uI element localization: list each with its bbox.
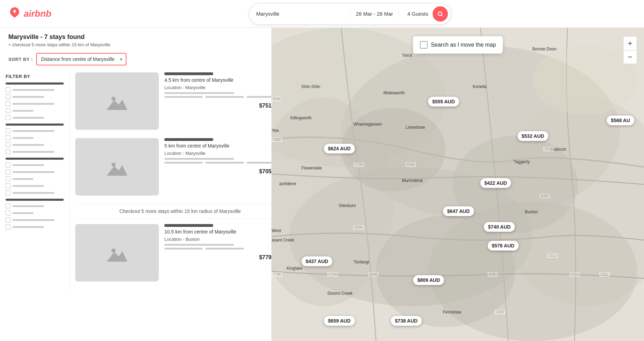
listing-meta-2a bbox=[164, 158, 234, 160]
logo-text: airbnb bbox=[24, 8, 51, 19]
filter-checkbox[interactable] bbox=[6, 224, 10, 229]
filter-checkbox[interactable] bbox=[6, 142, 10, 147]
filter-checkbox[interactable] bbox=[6, 115, 10, 120]
zoom-out-button[interactable]: − bbox=[623, 50, 637, 64]
price-pin[interactable]: $568 AU bbox=[607, 116, 634, 125]
filter-checkbox[interactable] bbox=[6, 108, 10, 113]
zoom-in-button[interactable]: + bbox=[623, 36, 637, 50]
search-button[interactable] bbox=[433, 6, 448, 22]
price-pin[interactable]: $647 AUD bbox=[443, 206, 474, 216]
filter-checkbox[interactable] bbox=[6, 190, 10, 195]
price-pin[interactable]: $659 AUD bbox=[324, 316, 355, 326]
filter-checkbox[interactable] bbox=[6, 176, 10, 181]
price-pin[interactable]: $738 AUD bbox=[391, 316, 422, 326]
filter-checkbox[interactable] bbox=[6, 87, 10, 92]
svg-marker-7 bbox=[107, 251, 127, 262]
filter-line bbox=[13, 205, 44, 207]
filter-checkbox[interactable] bbox=[6, 211, 10, 215]
filter-line bbox=[13, 130, 54, 132]
price-pin[interactable]: $809 AUD bbox=[413, 275, 444, 285]
filter-row bbox=[6, 217, 64, 222]
filter-line bbox=[13, 164, 44, 166]
filter-checkbox[interactable] bbox=[6, 128, 10, 133]
listing-meta-1a bbox=[164, 92, 234, 94]
content-area: FILTER BY bbox=[0, 70, 271, 293]
search-bar: 26 Mar - 28 Mar 4 Guests bbox=[249, 3, 451, 25]
filter-row bbox=[6, 142, 64, 147]
listing-price-1: $751 AUD bbox=[164, 100, 272, 109]
svg-point-6 bbox=[111, 248, 116, 253]
sort-label: SORT BY : bbox=[8, 57, 33, 62]
listing-title-bar-1 bbox=[164, 72, 213, 75]
listing-image-1 bbox=[75, 72, 159, 130]
filter-row bbox=[6, 135, 64, 140]
filter-row bbox=[6, 108, 64, 113]
filter-line bbox=[13, 171, 54, 173]
search-location-input[interactable] bbox=[256, 11, 346, 17]
listing-meta-1d bbox=[247, 96, 272, 98]
filter-line bbox=[13, 117, 44, 119]
listing-card-3[interactable]: 10.5 km from centre of Marysville Locati… bbox=[75, 224, 272, 281]
search-as-move-overlay: Search as I move the map bbox=[413, 36, 503, 54]
filter-checkbox[interactable] bbox=[6, 204, 10, 208]
map-svg bbox=[272, 28, 644, 341]
airbnb-logo-icon bbox=[8, 6, 21, 22]
zoom-controls: + − bbox=[623, 36, 637, 64]
listing-card-1[interactable]: 4.5 km from centre of Marysville Locatio… bbox=[75, 72, 272, 130]
header: airbnb 26 Mar - 28 Mar 4 Guests bbox=[0, 0, 644, 28]
filter-checkbox[interactable] bbox=[6, 135, 10, 140]
listing-location-1: Location : Marysville bbox=[164, 85, 272, 90]
map-area: YarckBonnie DoonGhin GhinMolesworthKorie… bbox=[272, 28, 644, 341]
price-pin[interactable]: $437 AUD bbox=[302, 256, 333, 266]
filter-line bbox=[13, 192, 54, 194]
filter-row bbox=[6, 128, 64, 133]
search-guests[interactable]: 4 Guests bbox=[403, 11, 429, 17]
svg-point-2 bbox=[111, 97, 116, 101]
filter-checkbox[interactable] bbox=[6, 149, 10, 154]
filter-line bbox=[13, 110, 33, 112]
search-as-move-checkbox[interactable] bbox=[420, 41, 427, 49]
search-dates[interactable]: 26 Mar - 28 Mar bbox=[355, 11, 395, 17]
filter-checkbox[interactable] bbox=[6, 101, 10, 106]
filter-row bbox=[6, 149, 64, 154]
filter-sep-3 bbox=[6, 158, 64, 160]
filter-line bbox=[13, 103, 54, 105]
sort-select[interactable]: Distance from centre of Marysville Price… bbox=[36, 53, 126, 65]
filter-row bbox=[6, 101, 64, 106]
filter-bar-1 bbox=[6, 82, 64, 85]
listing-details-2: 5 km from centre of Marysville Location … bbox=[164, 138, 272, 175]
svg-point-17 bbox=[376, 216, 515, 327]
listing-location-3: Location - Buxton bbox=[164, 237, 272, 242]
price-pin[interactable]: $555 AUD bbox=[428, 97, 459, 106]
listing-price-2: $705 AUD bbox=[164, 166, 272, 175]
filter-line bbox=[13, 178, 33, 180]
svg-marker-3 bbox=[107, 100, 127, 110]
listing-image-2 bbox=[75, 138, 159, 196]
filter-row bbox=[6, 190, 64, 195]
filter-checkbox[interactable] bbox=[6, 169, 10, 174]
price-pin[interactable]: $624 AUD bbox=[324, 144, 355, 153]
price-pin[interactable]: $578 AUD bbox=[488, 241, 519, 251]
filter-checkbox[interactable] bbox=[6, 183, 10, 188]
filter-checkbox[interactable] bbox=[6, 162, 10, 167]
listing-meta-1b bbox=[164, 96, 203, 98]
left-panel: Marysville - 7 stays found + checkout 5 … bbox=[0, 28, 272, 341]
filter-line bbox=[13, 185, 44, 187]
listing-meta-2c bbox=[205, 162, 244, 164]
listing-title-bar-3 bbox=[164, 224, 213, 227]
filter-row bbox=[6, 87, 64, 92]
search-guests-divider bbox=[398, 10, 399, 18]
listing-distance-2: 5 km from centre of Marysville bbox=[164, 143, 272, 149]
results-header: Marysville - 7 stays found + checkout 5 … bbox=[0, 28, 271, 50]
filter-checkbox[interactable] bbox=[6, 217, 10, 222]
filter-row bbox=[6, 204, 64, 208]
listing-price-3: $779 AUD bbox=[164, 252, 272, 261]
filter-row bbox=[6, 211, 64, 215]
svg-point-19 bbox=[533, 45, 637, 115]
price-pin[interactable]: $532 AUD bbox=[518, 131, 549, 141]
filter-line bbox=[13, 137, 33, 139]
listing-card-2[interactable]: 5 km from centre of Marysville Location … bbox=[75, 138, 272, 196]
filter-checkbox[interactable] bbox=[6, 94, 10, 99]
price-pin[interactable]: $740 AUD bbox=[484, 222, 515, 232]
price-pin[interactable]: $422 AUD bbox=[480, 178, 511, 188]
